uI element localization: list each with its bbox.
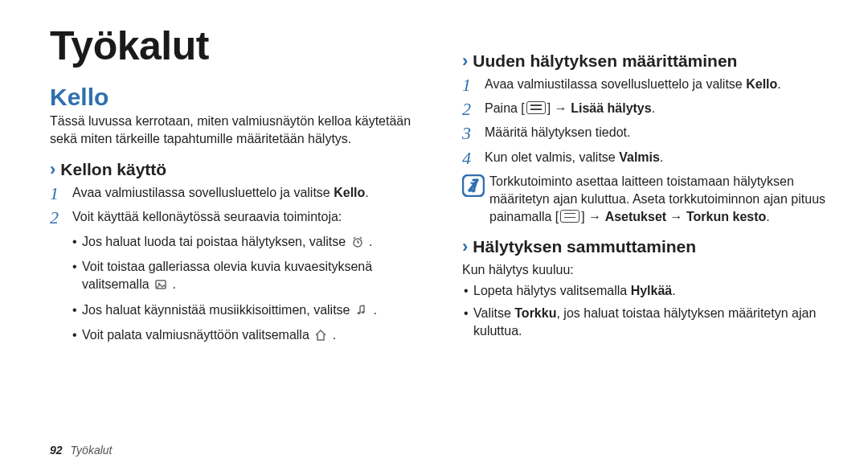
- step-number: 1: [50, 184, 72, 203]
- alarm-clock-icon: [351, 236, 364, 253]
- svg-line-4: [360, 237, 362, 239]
- step-text: Avaa valmiustilassa sovellusluettelo ja …: [72, 184, 424, 202]
- subheading-kellon-kaytto: › Kellon käyttö: [50, 160, 424, 179]
- bold-text: Asetukset: [605, 210, 666, 223]
- text: .: [373, 303, 376, 317]
- step-text: Määritä hälytyksen tiedot.: [485, 124, 836, 141]
- bold-text: Torkku: [514, 306, 556, 320]
- list-item: Jos haluat käynnistää musiikkisoittimen,…: [72, 301, 424, 322]
- steps-clock-use: 1 Avaa valmiustilassa sovellusluettelo j…: [50, 184, 424, 227]
- section-heading-kello: Kello: [50, 84, 424, 111]
- text: Avaa valmiustilassa sovellusluettelo ja …: [72, 186, 334, 199]
- text: Valitse: [473, 306, 514, 320]
- bold-text: Valmis: [619, 150, 660, 164]
- text: .: [660, 150, 663, 164]
- steps-new-alarm: 1 Avaa valmiustilassa sovellusluettelo j…: [462, 76, 836, 168]
- bold-text: Kello: [334, 186, 365, 199]
- subheading-label: Uuden hälytyksen määrittäminen: [473, 51, 737, 71]
- step-number: 2: [462, 100, 485, 119]
- bold-text: Torkun kesto: [686, 210, 766, 223]
- menu-key-icon: [560, 210, 579, 223]
- text: Voit toistaa galleriassa olevia kuvia ku…: [82, 260, 372, 291]
- step-2: 2 Paina [] → Lisää hälytys.: [462, 100, 836, 119]
- list-item: Jos haluat luoda tai poistaa hälytyksen,…: [72, 233, 424, 253]
- subheading-label: Hälytyksen sammuttaminen: [473, 237, 696, 256]
- step-text: Kun olet valmis, valitse Valmis.: [485, 149, 836, 166]
- text: Voit palata valmiusnäyttöön valitsemalla: [82, 328, 313, 342]
- text: Kun olet valmis, valitse: [485, 150, 619, 164]
- section-intro: Tässä luvussa kerrotaan, miten valmiusnä…: [50, 113, 424, 147]
- bold-text: Kello: [746, 77, 777, 91]
- text: Avaa valmiustilassa sovellusluettelo ja …: [485, 77, 746, 91]
- text: .: [369, 235, 372, 248]
- bold-text: Lisää hälytys: [571, 101, 652, 115]
- list-item: Lopeta hälytys valitsemalla Hylkää.: [464, 282, 836, 300]
- left-column: Työkalut Kello Tässä luvussa kerrotaan, …: [50, 23, 424, 352]
- footer-label: Työkalut: [71, 444, 113, 457]
- step-2: 2 Voit käyttää kellonäytössä seuraavia t…: [50, 208, 424, 227]
- text: .: [172, 277, 175, 291]
- text: ] →: [547, 101, 571, 115]
- text: .: [365, 186, 368, 199]
- step-text: Avaa valmiustilassa sovellusluettelo ja …: [485, 76, 836, 93]
- subheading-new-alarm: › Uuden hälytyksen määrittäminen: [462, 51, 836, 71]
- text: .: [672, 284, 675, 297]
- info-icon: [462, 174, 485, 197]
- text: .: [652, 101, 655, 115]
- home-icon: [314, 329, 327, 346]
- chevron-icon: ›: [50, 161, 55, 178]
- text: Paina [: [485, 101, 525, 115]
- chevron-icon: ›: [462, 238, 468, 256]
- info-note: Torkkutoiminto asettaa laitteen toistama…: [462, 173, 836, 226]
- text: Jos haluat käynnistää musiikkisoittimen,…: [82, 303, 354, 317]
- step-1: 1 Avaa valmiustilassa sovellusluettelo j…: [50, 184, 424, 203]
- bold-text: Hylkää: [631, 284, 673, 297]
- step-number: 3: [462, 124, 485, 143]
- text: Lopeta hälytys valitsemalla: [473, 284, 631, 297]
- text: .: [766, 210, 769, 223]
- list-item: Voit toistaa galleriassa olevia kuvia ku…: [72, 258, 424, 297]
- page-title: Työkalut: [50, 23, 424, 69]
- svg-point-7: [357, 312, 360, 314]
- menu-key-icon: [526, 101, 546, 114]
- page-number: 92: [50, 444, 63, 457]
- right-column: › Uuden hälytyksen määrittäminen 1 Avaa …: [462, 23, 836, 352]
- step-number: 4: [462, 149, 485, 168]
- step-number: 1: [462, 76, 485, 95]
- clock-functions-list: Jos haluat luoda tai poistaa hälytyksen,…: [50, 233, 424, 347]
- step-1: 1 Avaa valmiustilassa sovellusluettelo j…: [462, 76, 836, 95]
- text: Jos haluat luoda tai poistaa hälytyksen,…: [82, 235, 350, 248]
- chevron-icon: ›: [462, 52, 468, 70]
- text: ] →: [581, 210, 604, 223]
- step-4: 4 Kun olet valmis, valitse Valmis.: [462, 149, 836, 168]
- gallery-icon: [154, 278, 167, 296]
- step-text: Voit käyttää kellonäytössä seuraavia toi…: [72, 208, 424, 226]
- svg-line-3: [354, 237, 355, 239]
- dismiss-list: Lopeta hälytys valitsemalla Hylkää. Vali…: [462, 282, 836, 341]
- list-item: Voit palata valmiusnäyttöön valitsemalla…: [72, 326, 424, 346]
- subheading-dismiss-alarm: › Hälytyksen sammuttaminen: [462, 237, 836, 256]
- two-column-layout: Työkalut Kello Tässä luvussa kerrotaan, …: [50, 23, 836, 352]
- step-3: 3 Määritä hälytyksen tiedot.: [462, 124, 836, 143]
- text: .: [777, 77, 780, 91]
- svg-point-8: [361, 311, 364, 313]
- lead-text: Kun hälytys kuuluu:: [462, 261, 836, 279]
- step-number: 2: [50, 208, 72, 227]
- step-text: Paina [] → Lisää hälytys.: [485, 100, 836, 117]
- note-text: Torkkutoiminto asettaa laitteen toistama…: [489, 173, 836, 226]
- text: →: [666, 210, 686, 223]
- manual-page: Työkalut Kello Tässä luvussa kerrotaan, …: [0, 0, 868, 471]
- music-note-icon: [355, 304, 368, 322]
- page-footer: 92 Työkalut: [50, 444, 112, 457]
- text: .: [333, 328, 336, 342]
- list-item: Valitse Torkku, jos haluat toistaa hälyt…: [464, 305, 836, 341]
- subheading-label: Kellon käyttö: [60, 160, 166, 179]
